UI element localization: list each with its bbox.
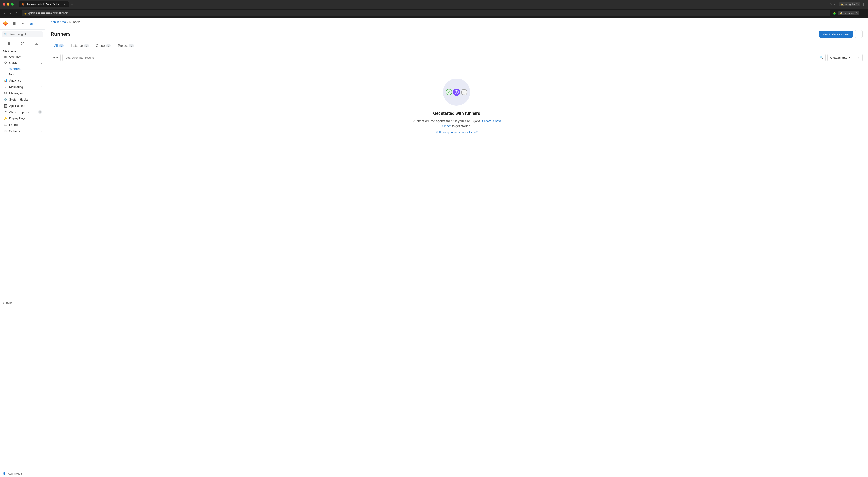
deploy-keys-label: Deploy Keys [9,117,26,120]
sidebar-footer[interactable]: ? Help [0,299,45,306]
filter-refresh-button[interactable]: ↺ ▾ [51,54,61,61]
svg-point-0 [21,42,22,43]
search-label: Search or go to... [9,33,30,36]
labels-icon: 🏷 [3,123,7,126]
sort-dropdown-button[interactable]: Created date ▾ [827,54,853,61]
sidebar-item-cicd[interactable]: ⚙ CI/CD ∨ [0,60,45,66]
tab-group[interactable]: Group 0 [92,41,114,50]
minimize-button[interactable] [7,3,9,6]
overview-label: Overview [9,55,22,58]
abuse-reports-badge: 0 [38,110,42,114]
empty-state-title: Get started with runners [433,111,480,116]
empty-state-registration-link-container: Still using registration tokens? [436,131,477,134]
tab-project[interactable]: Project 0 [114,41,137,50]
empty-state: ✓ ··· Get started with runners Runners a… [45,65,868,143]
refresh-button[interactable]: ↻ [14,10,20,16]
tab-instance-count: 0 [84,44,89,47]
admin-label: Admin Area [8,472,22,475]
sort-label: Created date [830,56,847,59]
reading-mode-icon[interactable]: ▭ [834,2,837,6]
incognito-badge-2: 🕵 Incognito (2) [838,11,860,15]
labels-label: Labels [9,123,18,126]
tab-bar: 🦊 Runners · Admin Area · GitLa... ✕ + [19,1,74,7]
sidebar: ☰ + ⊞ 🔍 Search or go to... Admin Area ⊞ [0,18,45,477]
tab-all[interactable]: All 0 [51,41,67,50]
sidebar-home-icon[interactable] [5,40,12,47]
titlebar: 🦊 Runners · Admin Area · GitLa... ✕ + ☆ … [0,0,868,8]
sidebar-toggle-button[interactable]: ☰ [11,20,18,27]
breadcrumb: Admin Area / Runners [45,18,868,26]
sidebar-item-messages[interactable]: ✉ Messages [0,90,45,96]
cicd-label: CI/CD [9,61,17,65]
breadcrumb-current: Runners [69,20,81,24]
messages-icon: ✉ [3,91,7,95]
sidebar-admin-area[interactable]: 👤 Admin Area [0,471,45,477]
settings-chevron-icon: › [41,130,42,132]
refresh-filter-icon: ↺ [53,56,56,59]
runner-icons: ✓ ··· [446,89,467,96]
cicd-chevron-icon: ∨ [40,61,42,64]
tab-group-label: Group [96,44,105,47]
runners-label: Runners [8,67,21,70]
close-button[interactable] [3,3,5,6]
forward-button[interactable]: › [8,10,12,16]
traffic-lights [3,3,13,6]
sort-direction-icon: ↕ [858,56,860,59]
sidebar-item-jobs[interactable]: Jobs [0,72,45,77]
search-box[interactable]: 🔍 Search or go to... [2,31,43,37]
tab-instance[interactable]: Instance 0 [67,41,92,50]
search-submit-button[interactable]: 🔍 [818,54,826,61]
sidebar-item-deploy-keys[interactable]: 🔑 Deploy Keys [0,115,45,122]
settings-label: Settings [9,129,20,133]
browser-tab-active[interactable]: 🦊 Runners · Admin Area · GitLa... ✕ [19,1,69,7]
search-filter-input[interactable] [62,54,818,61]
sidebar-item-runners[interactable]: Runners [0,66,45,72]
system-hooks-label: System Hooks [9,98,28,101]
main-content: Admin Area / Runners Runners New instanc… [45,18,868,477]
tab-project-count: 0 [129,44,133,47]
create-new-button[interactable]: + [20,20,26,27]
sidebar-top: ☰ + ⊞ [0,18,45,30]
sidebar-issues-icon[interactable] [33,40,40,47]
monitoring-icon: 🖥 [3,85,7,89]
menu-icon[interactable]: ⋮ [862,2,865,6]
maximize-button[interactable] [11,3,13,6]
incognito-label-2: Incognito (2) [844,12,858,14]
tab-close-icon[interactable]: ✕ [63,3,66,6]
search-input-group: 🔍 [62,54,826,61]
bookmark-icon[interactable]: ☆ [829,2,832,6]
sidebar-item-system-hooks[interactable]: 🔗 System Hooks [0,96,45,102]
activities-button[interactable]: ⊞ [28,20,35,27]
empty-state-description: Runners are the agents that run your CI/… [411,119,502,129]
browser-menu-icon[interactable]: ⋮ [861,11,865,15]
sidebar-item-settings[interactable]: ⚙ Settings › [0,128,45,134]
breadcrumb-parent-link[interactable]: Admin Area [51,20,66,24]
new-instance-runner-button[interactable]: New instance runner [819,31,853,38]
browser-actions: ☆ ▭ 🕵 Incognito (2) ⋮ [829,2,865,6]
sidebar-item-monitoring[interactable]: 🖥 Monitoring › [0,84,45,90]
tab-all-label: All [54,44,58,47]
sort-direction-button[interactable]: ↕ [855,54,863,61]
back-button[interactable]: ‹ [3,10,6,16]
sidebar-item-overview[interactable]: ⊞ Overview › [0,53,45,60]
sidebar-item-labels[interactable]: 🏷 Labels [0,122,45,128]
new-tab-button[interactable]: + [70,2,74,6]
sidebar-merge-icon[interactable] [19,40,26,47]
jobs-label: Jobs [8,73,15,76]
svg-point-1 [23,42,24,43]
tab-title: Runners · Admin Area · GitLa... [27,3,61,6]
incognito-label: Incognito (2) [845,3,859,6]
tab-all-count: 0 [59,44,64,47]
registration-tokens-link[interactable]: Still using registration tokens? [436,131,477,134]
applications-label: Applications [9,104,25,107]
help-icon: ? [3,301,4,304]
extensions-icon[interactable]: 🧩 [832,11,836,15]
address-bar[interactable]: 🔒 gitlab.■■■■■■■■■/admin/runners [22,10,831,16]
sidebar-item-analytics[interactable]: 📊 Analytics › [0,77,45,84]
page-title: Runners [51,31,71,37]
deploy-keys-icon: 🔑 [3,117,7,120]
sidebar-item-abuse-reports[interactable]: ⚑ Abuse Reports 0 [0,109,45,115]
empty-state-illustration: ✓ ··· [443,78,470,106]
sidebar-item-applications[interactable]: 🔲 Applications [0,102,45,109]
more-options-button[interactable]: ⋮ [855,30,863,38]
